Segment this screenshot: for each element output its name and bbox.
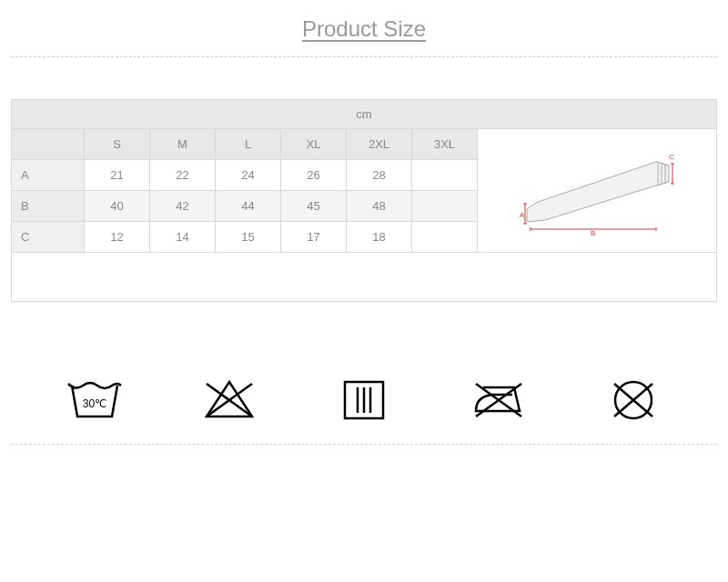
cell: 22 — [150, 160, 216, 191]
cell: 28 — [347, 160, 412, 191]
cell: 40 — [85, 191, 150, 222]
cell: 44 — [216, 191, 281, 222]
blank-row — [12, 253, 717, 302]
wash-30-icon: 30℃ — [63, 375, 126, 426]
size-header: L — [216, 129, 281, 160]
diagram-label-a: A — [520, 211, 525, 219]
size-header: 2XL — [347, 129, 412, 160]
header-blank — [12, 129, 85, 160]
cell: 24 — [216, 160, 281, 191]
svg-text:30℃: 30℃ — [83, 397, 106, 410]
cell: 14 — [150, 222, 216, 253]
unit-cell: cm — [12, 100, 717, 129]
row-label: A — [12, 160, 85, 191]
size-chart: cm S M L XL 2XL 3XL A B — [0, 63, 728, 320]
cell — [412, 160, 478, 191]
tumble-dry-icon — [332, 375, 396, 426]
size-table: cm S M L XL 2XL 3XL A B — [11, 99, 717, 302]
diagram-label-c: C — [669, 153, 674, 161]
cell: 26 — [281, 160, 347, 191]
cell — [412, 222, 478, 253]
cell: 42 — [150, 191, 216, 222]
cell: 18 — [347, 222, 412, 253]
do-not-bleach-icon — [197, 375, 261, 426]
cell: 45 — [281, 191, 347, 222]
do-not-dry-clean-icon — [602, 375, 665, 426]
product-diagram: A B C — [478, 129, 717, 253]
row-label: B — [12, 191, 85, 222]
page-title: Product Size — [302, 16, 426, 42]
do-not-iron-icon — [467, 375, 531, 426]
cell: 17 — [281, 222, 347, 253]
row-label: C — [12, 222, 85, 253]
size-header: XL — [281, 129, 347, 160]
cell: 48 — [347, 191, 412, 222]
cell — [412, 191, 478, 222]
size-header: 3XL — [412, 129, 478, 160]
diagram-label-b: B — [591, 229, 595, 236]
care-icons-row: 30℃ — [0, 320, 728, 435]
size-header: S — [85, 129, 150, 160]
divider-top — [11, 56, 717, 57]
cell: 12 — [85, 222, 150, 253]
cell: 21 — [85, 160, 150, 191]
cell: 15 — [216, 222, 281, 253]
size-header: M — [150, 129, 216, 160]
divider-bottom — [11, 444, 717, 445]
